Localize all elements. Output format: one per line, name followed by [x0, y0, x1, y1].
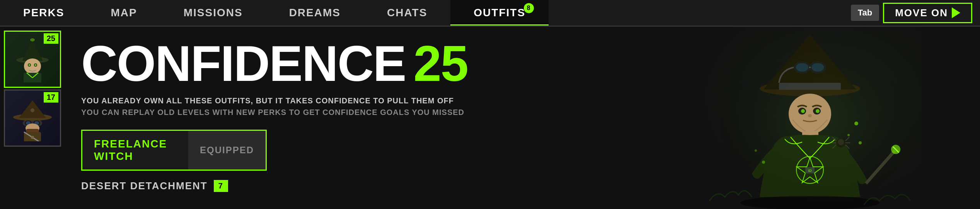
outfit-thumb-1-level: 25	[44, 33, 58, 44]
svg-point-22	[31, 136, 34, 139]
confidence-number: 25	[413, 38, 468, 89]
outfit-thumbnail-list: 25	[0, 27, 66, 209]
nav-label-dreams: DREAMS	[289, 7, 341, 19]
outfit-equip-button[interactable]: FREELANCE WITCH EQUIPPED	[81, 130, 267, 171]
confidence-title: CONFIDENCE 25	[81, 38, 965, 89]
svg-point-6	[35, 64, 37, 66]
nav-item-chats[interactable]: CHATS	[364, 0, 450, 26]
outfit-thumb-2[interactable]: 17	[4, 89, 61, 147]
svg-marker-1	[22, 40, 43, 61]
nav-item-outfits[interactable]: OUTFITS 8	[450, 0, 549, 26]
nav-item-dreams[interactable]: DREAMS	[266, 0, 364, 26]
nav-label-map: MAP	[111, 7, 137, 19]
svg-point-5	[29, 64, 31, 66]
confidence-word: CONFIDENCE	[81, 38, 406, 89]
navigation-bar: PERKS MAP MISSIONS DREAMS CHATS OUTFITS …	[0, 0, 980, 27]
nav-item-map[interactable]: MAP	[87, 0, 160, 26]
next-outfit-confidence-badge: 7	[214, 180, 228, 192]
outfit-thumb-2-level: 17	[44, 92, 58, 103]
move-on-button[interactable]: MOVE ON	[883, 3, 972, 23]
next-outfit-name: DESERT DETACHMENT	[81, 180, 208, 192]
outfit-name-label: FREELANCE WITCH	[82, 131, 188, 170]
outfits-badge: 8	[524, 3, 534, 13]
outfit-thumb-1[interactable]: 25	[4, 31, 61, 88]
nav-label-chats: CHATS	[387, 7, 427, 19]
next-outfit-row: DESERT DETACHMENT 7	[81, 180, 965, 192]
confidence-desc-line2: YOU CAN REPLAY OLD LEVELS WITH NEW PERKS…	[81, 106, 965, 118]
nav-item-perks[interactable]: PERKS	[0, 0, 87, 26]
outfit-status-label: EQUIPPED	[188, 131, 266, 170]
confidence-description: YOU ALREADY OWN ALL THESE OUTFITS, BUT I…	[81, 95, 965, 118]
nav-label-outfits: OUTFITS	[474, 7, 525, 19]
tab-button[interactable]: Tab	[851, 5, 879, 21]
confidence-desc-line1: YOU ALREADY OWN ALL THESE OUTFITS, BUT I…	[81, 95, 965, 106]
nav-label-perks: PERKS	[23, 7, 64, 19]
main-content: 25	[0, 27, 980, 209]
svg-point-10	[30, 38, 35, 41]
move-on-label: MOVE ON	[895, 7, 948, 19]
svg-point-23	[31, 108, 34, 112]
nav-right-actions: Tab MOVE ON	[851, 0, 980, 26]
nav-label-missions: MISSIONS	[184, 7, 243, 19]
center-content: CONFIDENCE 25 YOU ALREADY OWN ALL THESE …	[66, 27, 980, 209]
nav-item-missions[interactable]: MISSIONS	[160, 0, 266, 26]
move-on-arrow-icon	[952, 7, 960, 18]
